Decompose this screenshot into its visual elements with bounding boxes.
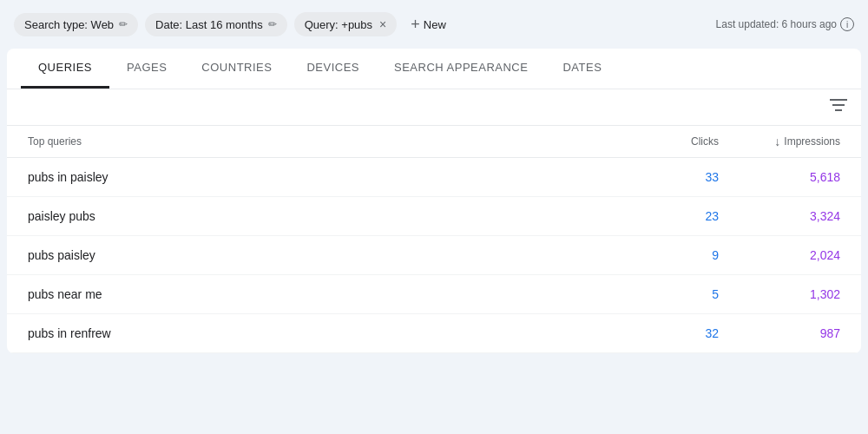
edit-icon-date[interactable]: ✏ — [268, 18, 277, 30]
tab-pages[interactable]: PAGES — [109, 49, 184, 89]
table-body: pubs in paisley335,618paisley pubs233,32… — [7, 158, 861, 353]
tab-countries[interactable]: COUNTRIES — [184, 49, 289, 89]
table-row[interactable]: pubs paisley92,024 — [7, 236, 861, 275]
table-row[interactable]: paisley pubs233,324 — [7, 197, 861, 236]
filter-chip-date[interactable]: Date: Last 16 months✏ — [145, 13, 287, 36]
header-clicks: Clicks — [615, 135, 719, 148]
header-query: Top queries — [28, 135, 615, 148]
row-query: paisley pubs — [28, 209, 615, 223]
filter-icon-row — [7, 89, 861, 126]
row-impressions: 987 — [719, 326, 840, 340]
row-clicks: 5 — [615, 287, 719, 301]
row-impressions: 2,024 — [719, 248, 840, 262]
row-clicks: 33 — [615, 170, 719, 184]
filter-bar: Search type: Web✏Date: Last 16 months✏Qu… — [0, 0, 868, 49]
row-query: pubs in renfrew — [28, 326, 615, 340]
row-query: pubs in paisley — [28, 170, 615, 184]
sort-down-icon: ↓ — [774, 135, 780, 148]
table-row[interactable]: pubs in paisley335,618 — [7, 158, 861, 197]
row-impressions: 3,324 — [719, 209, 840, 223]
chip-label-search-type: Search type: Web — [24, 18, 114, 31]
chip-label-date: Date: Last 16 months — [155, 18, 263, 31]
row-impressions: 1,302 — [719, 287, 840, 301]
row-clicks: 9 — [615, 248, 719, 262]
chip-label-query: Query: +pubs — [305, 18, 372, 31]
last-updated: Last updated: 6 hours ago i — [716, 17, 854, 31]
tabs-container: QUERIESPAGESCOUNTRIESDEVICESSEARCH APPEA… — [7, 49, 861, 89]
table-header: Top queries Clicks ↓ Impressions — [7, 126, 861, 158]
filter-lines-icon[interactable] — [830, 98, 847, 116]
table-row[interactable]: pubs in renfrew32987 — [7, 314, 861, 353]
tab-queries[interactable]: QUERIES — [21, 49, 109, 89]
row-clicks: 23 — [615, 209, 719, 223]
header-impressions[interactable]: ↓ Impressions — [719, 135, 840, 148]
filter-chip-query[interactable]: Query: +pubs× — [294, 12, 398, 36]
filter-chip-search-type[interactable]: Search type: Web✏ — [14, 13, 138, 36]
plus-icon: + — [411, 16, 420, 34]
row-clicks: 32 — [615, 326, 719, 340]
row-query: pubs near me — [28, 287, 615, 301]
last-updated-text: Last updated: 6 hours ago — [716, 18, 837, 30]
tab-dates[interactable]: DATES — [545, 49, 619, 89]
close-icon-query[interactable]: × — [379, 17, 386, 31]
edit-icon-search-type[interactable]: ✏ — [119, 18, 128, 30]
row-impressions: 5,618 — [719, 170, 840, 184]
info-icon[interactable]: i — [840, 17, 854, 31]
row-query: pubs paisley — [28, 248, 615, 262]
tab-devices[interactable]: DEVICES — [289, 49, 377, 89]
tab-search-appearance[interactable]: SEARCH APPEARANCE — [377, 49, 545, 89]
new-button-label: New — [424, 18, 446, 31]
main-content: QUERIESPAGESCOUNTRIESDEVICESSEARCH APPEA… — [7, 49, 861, 353]
new-button[interactable]: + New — [404, 10, 453, 39]
table-row[interactable]: pubs near me51,302 — [7, 275, 861, 314]
